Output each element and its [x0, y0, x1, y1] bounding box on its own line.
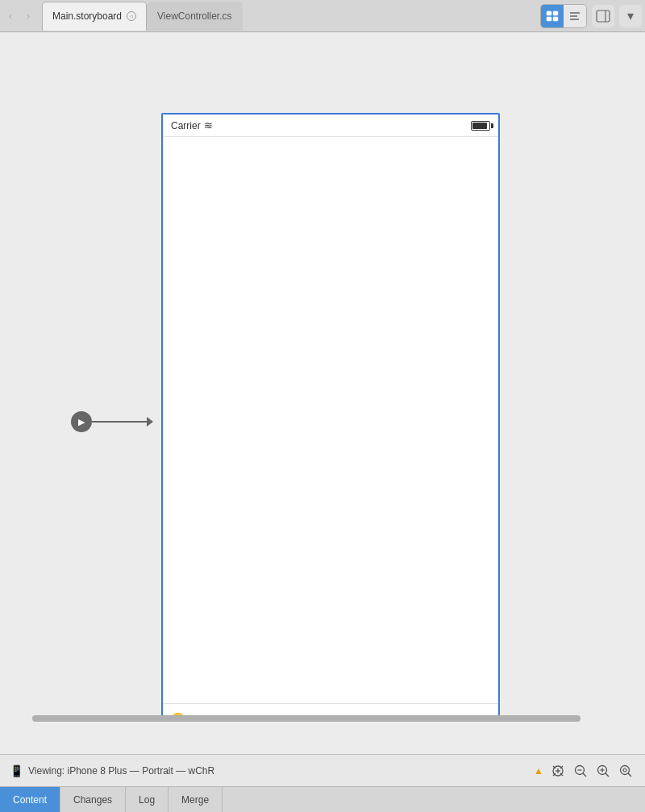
tab-changes[interactable]: Changes	[60, 787, 126, 812]
tab-content-label: Content	[13, 794, 47, 806]
svg-line-25	[628, 773, 631, 777]
zoom-out-button[interactable]	[571, 761, 590, 781]
tab-changes-label: Changes	[73, 794, 112, 806]
storyboard-view-button[interactable]	[541, 5, 564, 27]
tab-bar: ‹ › Main.storyboard ○ ViewController.cs	[0, 0, 645, 32]
sim-status-bar: Carrier ≋	[163, 115, 498, 137]
sim-battery-fill	[472, 123, 487, 129]
sim-battery	[471, 121, 490, 131]
canvas-area[interactable]: ▶ Carrier ≋ 🙂	[0, 32, 645, 722]
tab-viewcontroller[interactable]: ViewController.cs	[147, 2, 242, 31]
svg-rect-2	[547, 17, 551, 21]
viewing-text: Viewing: iPhone 8 Plus — Portrait — wChR	[28, 765, 529, 777]
zoom-to-fit-button[interactable]	[548, 761, 568, 781]
scroll-track[interactable]	[16, 715, 629, 722]
carrier-label: Carrier	[171, 120, 201, 131]
vc-content-area	[163, 137, 498, 703]
entry-point-circle: ▶	[71, 411, 92, 432]
view-controller-frame[interactable]: Carrier ≋ 🙂 ↪	[161, 113, 500, 722]
svg-line-18	[583, 773, 586, 777]
device-icon: 📱	[10, 764, 23, 777]
scroll-thumb[interactable]	[32, 715, 580, 722]
nav-arrows: ‹ ›	[3, 9, 35, 23]
entry-point-arrow: ▶	[71, 411, 148, 432]
bottom-tab-bar: Content Changes Log Merge	[0, 786, 645, 812]
tab-log-label: Log	[139, 794, 155, 806]
tab-close-storyboard[interactable]: ○	[127, 11, 136, 21]
svg-rect-0	[547, 11, 551, 15]
svg-point-23	[621, 765, 630, 774]
entry-point-icon: ▶	[78, 417, 85, 427]
tab-main-storyboard-label: Main.storyboard	[52, 10, 122, 22]
main-canvas: ▶ Carrier ≋ 🙂	[0, 32, 645, 754]
wifi-icon: ≋	[204, 119, 213, 131]
tab-log[interactable]: Log	[126, 787, 169, 812]
dropdown-menu-button[interactable]: ▾	[619, 5, 642, 27]
bottom-status-bar: 📱 Viewing: iPhone 8 Plus — Portrait — wC…	[0, 754, 645, 786]
svg-rect-1	[553, 11, 558, 15]
svg-rect-7	[597, 10, 610, 22]
view-mode-toggle	[540, 4, 587, 28]
code-view-button[interactable]	[564, 5, 586, 27]
entry-arrowhead	[147, 417, 153, 427]
tab-main-storyboard[interactable]: Main.storyboard ○	[42, 2, 147, 31]
svg-point-24	[623, 768, 626, 772]
zoom-in-button[interactable]	[593, 761, 613, 781]
zoom-controls	[548, 761, 635, 781]
entry-line	[92, 421, 148, 423]
dropdown-arrow-icon: ▾	[627, 8, 634, 23]
warning-icon: ▲	[534, 765, 543, 777]
tab-close-icon: ○	[130, 13, 134, 20]
tab-viewcontroller-label: ViewController.cs	[157, 10, 231, 22]
inspector-panel-button[interactable]	[592, 5, 614, 27]
nav-forward-button[interactable]: ›	[21, 9, 35, 23]
zoom-fit-screen-button[interactable]	[616, 761, 635, 781]
sim-carrier: Carrier ≋	[171, 119, 213, 131]
tab-bar-right: ▾	[540, 4, 642, 28]
svg-line-22	[605, 773, 609, 777]
tab-merge-label: Merge	[181, 794, 209, 806]
tab-content[interactable]: Content	[0, 787, 60, 812]
svg-rect-3	[553, 17, 558, 21]
nav-back-button[interactable]: ‹	[3, 9, 18, 23]
tab-merge[interactable]: Merge	[169, 787, 223, 812]
